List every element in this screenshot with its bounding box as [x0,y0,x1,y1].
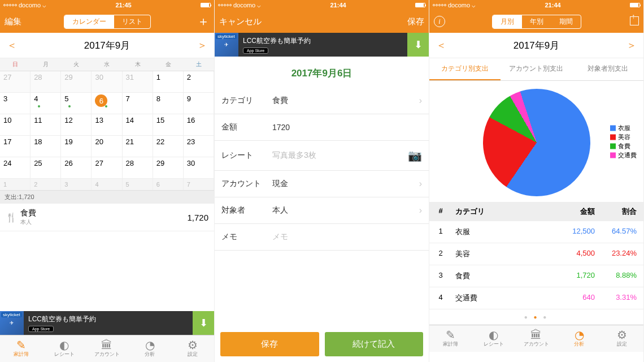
share-icon[interactable] [630,16,639,25]
calendar-day[interactable]: 24 [0,157,31,179]
next-month-button[interactable]: ＞ [197,38,207,52]
tab-icon: ⚙ [617,329,627,341]
expense-amount: 1,720 [187,213,208,222]
prev-month-button[interactable]: ＜ [436,38,446,52]
calendar-day[interactable]: 6 [92,93,122,114]
calendar-day[interactable]: 30 [92,71,122,93]
analysis-tabs: カテゴリ別支出 アカウント別支出 対象者別支出 [429,58,643,81]
calendar-day[interactable]: 4 [31,93,61,114]
row-memo[interactable]: メモ メモ [215,224,429,251]
row-receipt[interactable]: レシート 写真最多3枚 📷 [215,141,429,171]
next-month-button[interactable]: ＞ [626,38,637,52]
add-button[interactable]: ＋ [197,14,210,28]
calendar-day[interactable]: 31 [123,71,153,93]
table-row[interactable]: 2美容4,50023.24% [429,243,643,265]
expense-item[interactable]: 🍴 食費 本人 1,720 [0,204,214,231]
calendar-day[interactable]: 28 [31,71,61,93]
table-row[interactable]: 3食費1,7208.88% [429,265,643,287]
calendar-day[interactable]: 12 [61,114,92,136]
calendar-day[interactable]: 19 [61,136,92,157]
calendar-day[interactable]: 18 [31,136,61,157]
calendar-day[interactable]: 16 [184,114,214,136]
status-bar: docomo ⌵ 21:45 [0,0,214,10]
tab-アカウント[interactable]: 🏛アカウント [515,325,558,352]
tab-設定[interactable]: ⚙設定 [171,335,214,362]
calendar-day[interactable]: 27 [0,71,31,93]
calendar-day[interactable]: 11 [31,114,61,136]
download-icon[interactable]: ⬇ [407,33,429,57]
calendar-day[interactable]: 29 [61,71,92,93]
calendar-day[interactable]: 30 [184,157,214,179]
continue-button[interactable]: 続けて記入 [325,332,424,356]
tab-by-account[interactable]: アカウント別支出 [501,58,572,80]
seg-calendar[interactable]: カレンダー [64,15,114,28]
calendar-day[interactable]: 21 [123,136,153,157]
save-button[interactable]: 保存 [220,332,319,356]
calendar-day[interactable]: 14 [123,114,153,136]
row-target[interactable]: 対象者 本人 › [215,197,429,224]
tab-家計簿[interactable]: ✎家計簿 [429,325,472,352]
calendar-day[interactable]: 1 [153,71,184,93]
prev-month-button[interactable]: ＜ [7,38,17,52]
nav-bar: キャンセル 保存 [215,10,429,33]
calendar-day[interactable]: 29 [153,157,184,179]
ad-banner[interactable]: skyticket✈ LCC航空券も簡単予約 App Store ⬇ [0,311,214,335]
next-month-strip: 1234567 [0,179,214,191]
info-icon[interactable]: i [434,16,445,27]
tab-アカウント[interactable]: 🏛アカウント [86,335,129,362]
weekday-header: 日月火水木金土 [0,58,214,71]
status-time: 21:44 [476,2,630,8]
row-amount[interactable]: 金額 1720 [215,114,429,141]
tab-分析[interactable]: ◔分析 [558,325,601,352]
calendar-day[interactable]: 28 [123,157,153,179]
download-icon[interactable]: ⬇ [193,311,214,335]
tab-レシート[interactable]: ◐レシート [43,335,86,362]
status-time: 21:45 [46,2,201,8]
calendar-day[interactable]: 2 [184,71,214,93]
seg-list[interactable]: リスト [114,15,150,28]
tab-icon: ⚙ [188,339,198,351]
tab-icon: ◔ [575,329,584,341]
status-time: 21:44 [261,2,415,8]
tab-設定[interactable]: ⚙設定 [601,325,643,352]
calendar-day[interactable]: 5 [61,93,92,114]
seg-yearly[interactable]: 年別 [522,15,551,28]
tab-icon: ◔ [145,339,155,351]
calendar-day[interactable]: 7 [123,93,153,114]
table-row[interactable]: 1衣服12,50064.57% [429,221,643,243]
calendar-day[interactable]: 22 [153,136,184,157]
calendar-day[interactable]: 27 [92,157,122,179]
calendar-day[interactable]: 15 [153,114,184,136]
cancel-button[interactable]: キャンセル [219,16,276,27]
tab-家計簿[interactable]: ✎家計簿 [0,335,43,362]
view-segmented-control: カレンダー リスト [64,15,151,29]
calendar-day[interactable]: 23 [184,136,214,157]
camera-icon[interactable]: 📷 [408,149,422,162]
ad-banner[interactable]: skyticket✈ LCC航空券も簡単予約 App Store ⬇ [215,33,429,57]
tab-by-category[interactable]: カテゴリ別支出 [429,58,501,80]
calendar-day[interactable]: 9 [184,93,214,114]
ad-thumbnail: skyticket✈ [215,33,238,57]
seg-monthly[interactable]: 月別 [493,15,522,28]
nav-bar: 編集 カレンダー リスト ＋ [0,10,214,33]
tab-レシート[interactable]: ◐レシート [472,325,515,352]
tab-by-target[interactable]: 対象者別支出 [572,58,643,80]
entry-date: 2017年9月6日 [215,57,429,88]
legend-item: 美容 [610,133,637,141]
calendar-day[interactable]: 20 [92,136,122,157]
calendar-day[interactable]: 13 [92,114,122,136]
save-nav-button[interactable]: 保存 [390,16,424,27]
calendar-day[interactable]: 8 [153,93,184,114]
calendar-day[interactable]: 25 [31,157,61,179]
row-category[interactable]: カテゴリ 食費 › [215,88,429,114]
calendar-day[interactable]: 10 [0,114,31,136]
calendar-day[interactable]: 17 [0,136,31,157]
row-account[interactable]: アカウント 現金 › [215,171,429,197]
tab-分析[interactable]: ◔分析 [128,335,171,362]
seg-range[interactable]: 期間 [551,15,581,28]
table-row[interactable]: 4交通費6403.31% [429,287,643,309]
edit-button[interactable]: 編集 [5,16,38,27]
calendar-day[interactable]: 3 [0,93,31,114]
calendar-day[interactable]: 26 [61,157,92,179]
tab-icon: 🏛 [530,329,542,341]
